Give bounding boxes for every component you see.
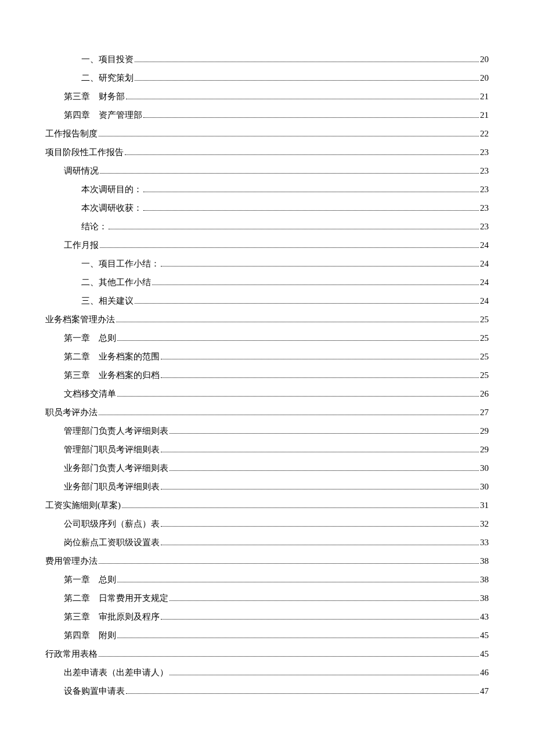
toc-entry-label: 第四章 附则 xyxy=(64,628,116,642)
toc-entry[interactable]: 第三章 审批原则及程序43 xyxy=(45,610,489,624)
toc-entry-label: 管理部门负责人考评细则表 xyxy=(64,424,168,438)
toc-entry[interactable]: 本次调研目的：23 xyxy=(45,182,489,196)
toc-entry-page: 38 xyxy=(480,591,489,605)
toc-entry-label: 第二章 业务档案的范围 xyxy=(64,350,160,363)
toc-entry-page: 43 xyxy=(480,610,489,624)
toc-entry[interactable]: 业务部门职员考评细则表30 xyxy=(45,480,489,494)
toc-entry-page: 47 xyxy=(480,684,489,698)
toc-entry-label: 本次调研收获： xyxy=(81,201,142,215)
toc-entry-page: 23 xyxy=(480,182,489,196)
toc-entry-label: 职员考评办法 xyxy=(45,405,98,419)
toc-entry-label: 费用管理办法 xyxy=(45,554,98,568)
toc-entry[interactable]: 公司职级序列（薪点）表32 xyxy=(45,517,489,531)
toc-entry-page: 25 xyxy=(480,368,489,382)
toc-entry-label: 工作月报 xyxy=(64,238,99,252)
toc-entry-label: 设备购置申请表 xyxy=(64,684,125,698)
toc-entry-label: 工作报告制度 xyxy=(45,127,98,141)
toc-entry[interactable]: 第一章 总则38 xyxy=(45,573,489,586)
toc-entry-label: 调研情况 xyxy=(64,164,99,178)
toc-entry-page: 38 xyxy=(480,573,489,586)
toc-leader-dots xyxy=(143,192,479,192)
toc-entry-page: 29 xyxy=(480,424,489,438)
toc-entry[interactable]: 一、项目投资20 xyxy=(45,52,489,66)
toc-leader-dots xyxy=(161,359,479,359)
toc-entry[interactable]: 第四章 附则45 xyxy=(45,628,489,642)
toc-entry[interactable]: 二、其他工作小结24 xyxy=(45,275,489,289)
toc-entry-label: 第一章 总则 xyxy=(64,573,116,586)
toc-leader-dots xyxy=(100,247,479,248)
toc-leader-dots xyxy=(117,582,479,582)
toc-entry[interactable]: 二、研究策划20 xyxy=(45,71,489,85)
toc-entry[interactable]: 项目阶段性工作报告23 xyxy=(45,145,489,159)
toc-leader-dots xyxy=(143,210,479,211)
toc-leader-dots xyxy=(161,266,479,267)
toc-entry-label: 一、项目工作小结： xyxy=(81,257,160,271)
toc-entry[interactable]: 岗位薪点工资职级设置表33 xyxy=(45,535,489,549)
toc-entry[interactable]: 管理部门职员考评细则表29 xyxy=(45,442,489,456)
toc-entry[interactable]: 设备购置申请表47 xyxy=(45,684,489,698)
toc-entry[interactable]: 一、项目工作小结：24 xyxy=(45,257,489,271)
toc-leader-dots xyxy=(161,545,479,545)
toc-entry[interactable]: 管理部门负责人考评细则表29 xyxy=(45,424,489,438)
toc-entry[interactable]: 第二章 日常费用开支规定38 xyxy=(45,591,489,605)
toc-entry-page: 46 xyxy=(480,665,489,679)
toc-entry[interactable]: 第一章 总则25 xyxy=(45,331,489,345)
toc-leader-dots xyxy=(135,303,479,304)
table-of-contents: 一、项目投资20二、研究策划20第三章 财务部21第四章 资产管理部21工作报告… xyxy=(45,52,489,698)
toc-entry-label: 二、研究策划 xyxy=(81,71,134,85)
toc-entry[interactable]: 业务档案管理办法25 xyxy=(45,312,489,326)
toc-leader-dots xyxy=(116,322,479,322)
toc-entry-page: 45 xyxy=(480,628,489,642)
toc-entry-label: 业务部门职员考评细则表 xyxy=(64,480,160,494)
toc-leader-dots xyxy=(152,285,479,285)
toc-entry[interactable]: 本次调研收获：23 xyxy=(45,201,489,215)
toc-entry-page: 25 xyxy=(480,312,489,326)
toc-entry[interactable]: 工作月报24 xyxy=(45,238,489,252)
toc-entry[interactable]: 第三章 财务部21 xyxy=(45,89,489,103)
toc-entry-label: 岗位薪点工资职级设置表 xyxy=(64,535,160,549)
toc-entry[interactable]: 第二章 业务档案的范围25 xyxy=(45,350,489,363)
toc-leader-dots xyxy=(169,675,479,675)
toc-entry[interactable]: 第三章 业务档案的归档25 xyxy=(45,368,489,382)
toc-leader-dots xyxy=(161,489,479,489)
toc-leader-dots xyxy=(169,433,479,434)
toc-entry[interactable]: 三、相关建议24 xyxy=(45,294,489,308)
toc-leader-dots xyxy=(169,470,479,471)
toc-entry[interactable]: 费用管理办法38 xyxy=(45,554,489,568)
toc-leader-dots xyxy=(117,340,479,341)
toc-entry[interactable]: 业务部门负责人考评细则表30 xyxy=(45,461,489,475)
toc-leader-dots xyxy=(117,396,479,397)
toc-entry[interactable]: 工作报告制度22 xyxy=(45,127,489,141)
toc-leader-dots xyxy=(169,600,479,601)
toc-entry-label: 第三章 财务部 xyxy=(64,89,125,103)
toc-leader-dots xyxy=(99,415,479,415)
toc-entry-page: 22 xyxy=(480,127,489,141)
toc-entry[interactable]: 第四章 资产管理部21 xyxy=(45,108,489,122)
toc-entry-page: 21 xyxy=(480,89,489,103)
toc-entry[interactable]: 行政常用表格45 xyxy=(45,647,489,661)
toc-leader-dots xyxy=(126,693,479,694)
toc-entry[interactable]: 结论：23 xyxy=(45,219,489,233)
toc-entry-page: 24 xyxy=(480,257,489,271)
toc-entry-label: 第四章 资产管理部 xyxy=(64,108,142,122)
toc-leader-dots xyxy=(122,507,479,508)
toc-entry-label: 项目阶段性工作报告 xyxy=(45,145,124,159)
toc-entry-page: 23 xyxy=(480,201,489,215)
toc-entry-page: 24 xyxy=(480,275,489,289)
toc-entry-label: 工资实施细则(草案) xyxy=(45,498,121,512)
toc-leader-dots xyxy=(143,117,479,118)
toc-entry-page: 25 xyxy=(480,331,489,345)
toc-entry[interactable]: 文档移交清单26 xyxy=(45,387,489,401)
toc-entry-page: 33 xyxy=(480,535,489,549)
toc-entry[interactable]: 工资实施细则(草案)31 xyxy=(45,498,489,512)
toc-entry-label: 第三章 审批原则及程序 xyxy=(64,610,160,624)
toc-entry-label: 公司职级序列（薪点）表 xyxy=(64,517,160,531)
toc-entry-label: 行政常用表格 xyxy=(45,647,98,661)
toc-leader-dots xyxy=(135,62,479,62)
toc-entry[interactable]: 出差申请表（出差申请人）46 xyxy=(45,665,489,679)
toc-entry-label: 二、其他工作小结 xyxy=(81,275,151,289)
toc-entry[interactable]: 职员考评办法27 xyxy=(45,405,489,419)
toc-entry[interactable]: 调研情况23 xyxy=(45,164,489,178)
toc-leader-dots xyxy=(135,80,479,81)
toc-entry-page: 30 xyxy=(480,461,489,475)
